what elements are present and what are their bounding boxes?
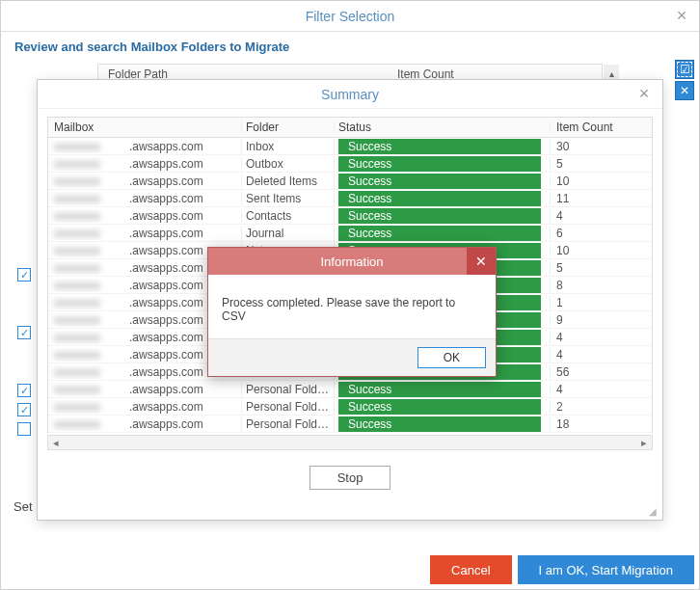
status-badge: Success [338,399,541,415]
main-subtitle: Review and search Mailbox Folders to Mig… [1,32,699,62]
status-badge: Success [338,208,541,224]
status-badge: Success [338,139,541,154]
col-mailbox[interactable]: Mailbox [48,121,241,134]
cell-folder: Outbox [241,157,334,171]
cell-count: 9 [550,313,652,327]
cell-count: 2 [550,400,652,414]
table-row[interactable]: xxxxxxxx.awsapps.comPersonal Folder…Succ… [48,398,652,416]
deselect-all-icon[interactable]: ✕ [675,81,694,100]
cell-count: 11 [550,192,652,205]
close-icon[interactable]: ✕ [467,248,496,275]
checkbox[interactable]: ✓ [17,384,31,397]
checkbox[interactable]: ✓ [17,422,31,436]
cell-folder: Contacts [241,209,334,223]
cell-count: 10 [550,244,652,257]
info-title: Information [320,255,383,269]
set-label: Set [13,499,33,514]
table-row[interactable]: xxxxxxxx.awsapps.comPersonal Folder…Succ… [48,381,652,398]
cell-mailbox: xxxxxxxx.awsapps.com [48,417,241,431]
col-item-count[interactable]: Item Count [550,121,652,134]
cell-mailbox: xxxxxxxx.awsapps.com [48,383,241,396]
cell-status: Success [334,156,550,172]
table-row[interactable]: xxxxxxxx.awsapps.comDeleted ItemsSuccess… [48,173,652,190]
cell-count: 4 [550,348,652,362]
cell-mailbox: xxxxxxxx.awsapps.com [48,227,241,240]
cancel-button[interactable]: Cancel [430,555,511,584]
checkbox[interactable]: ✓ [17,326,31,339]
cell-count: 18 [550,417,652,431]
cell-count: 8 [550,279,652,292]
start-migration-button[interactable]: I am OK, Start Migration [518,555,694,584]
cell-mailbox: xxxxxxxx.awsapps.com [48,140,241,153]
status-badge: Success [338,174,541,189]
cell-mailbox: xxxxxxxx.awsapps.com [48,209,241,223]
cell-folder: Personal Folder… [241,383,334,396]
table-row[interactable]: xxxxxxxx.awsapps.comContactsSuccess4 [48,207,652,225]
cell-status: Success [334,226,550,241]
cell-status: Success [334,139,550,154]
cell-count: 30 [550,140,652,153]
scroll-right-icon[interactable]: ▸ [636,437,652,449]
status-badge: Success [338,156,541,172]
cell-mailbox: xxxxxxxx.awsapps.com [48,174,241,188]
cell-count: 4 [550,331,652,344]
stop-button[interactable]: Stop [310,466,391,490]
scroll-left-icon[interactable]: ◂ [48,437,64,449]
cell-count: 5 [550,261,652,275]
status-badge: Success [338,191,541,206]
table-row[interactable]: xxxxxxxx.awsapps.comJournalSuccess6 [48,225,652,242]
table-row[interactable]: xxxxxxxx.awsapps.comSent ItemsSuccess11 [48,190,652,207]
footer-buttons: Cancel I am OK, Start Migration [430,555,694,584]
cell-status: Success [334,174,550,189]
cell-folder: Inbox [241,140,334,153]
cell-count: 4 [550,209,652,223]
cell-count: 5 [550,157,652,171]
cell-count: 56 [550,365,652,379]
ok-button[interactable]: OK [417,347,486,368]
information-dialog: Information ✕ Process completed. Please … [207,247,497,377]
cell-status: Success [334,399,550,415]
table-row[interactable]: xxxxxxxx.awsapps.comPersonal Folder…Succ… [48,416,652,433]
summary-title: Summary [321,87,379,102]
status-badge: Success [338,416,541,432]
main-titlebar: Filter Selection × [1,1,699,32]
main-title: Filter Selection [306,9,395,24]
info-titlebar: Information ✕ [208,248,496,275]
table-row[interactable]: xxxxxxxx.awsapps.comOutboxSuccess5 [48,155,652,173]
status-badge: Success [338,382,541,397]
cell-count: 1 [550,296,652,309]
select-all-icon[interactable]: ☑ [675,60,694,79]
col-status[interactable]: Status [334,121,550,134]
cell-count: 4 [550,383,652,396]
checkbox[interactable]: ✓ [17,268,31,282]
cell-mailbox: xxxxxxxx.awsapps.com [48,400,241,414]
cell-mailbox: xxxxxxxx.awsapps.com [48,157,241,171]
close-icon[interactable]: × [672,7,691,26]
right-action-icons: ☑ ✕ [675,60,694,100]
cell-count: 6 [550,227,652,240]
scroll-track[interactable] [64,438,636,447]
info-footer: OK [208,338,496,376]
info-message: Process completed. Please save the repor… [208,275,496,338]
cell-folder: Personal Folder… [241,417,334,431]
cell-status: Success [334,208,550,224]
cell-folder: Deleted Items [241,174,334,188]
checkbox[interactable]: ✓ [17,403,31,416]
cell-mailbox: xxxxxxxx.awsapps.com [48,192,241,205]
summary-table-header: Mailbox Folder Status Item Count [47,117,653,138]
col-folder[interactable]: Folder [241,121,334,134]
cell-status: Success [334,416,550,432]
cell-status: Success [334,382,550,397]
summary-titlebar: Summary × [38,80,662,109]
cell-folder: Journal [241,227,334,240]
cell-folder: Personal Folder… [241,400,334,414]
cell-folder: Sent Items [241,192,334,205]
cell-status: Success [334,191,550,206]
close-icon[interactable]: × [633,84,655,105]
resize-grip-icon[interactable]: ◢ [649,506,659,516]
horizontal-scrollbar[interactable]: ◂ ▸ [47,435,653,450]
cell-count: 10 [550,174,652,188]
left-checkbox-column: ✓ ✓ ✓ ✓ ✓ [17,268,31,436]
table-row[interactable]: xxxxxxxx.awsapps.comInboxSuccess30 [48,138,652,155]
status-badge: Success [338,226,541,241]
